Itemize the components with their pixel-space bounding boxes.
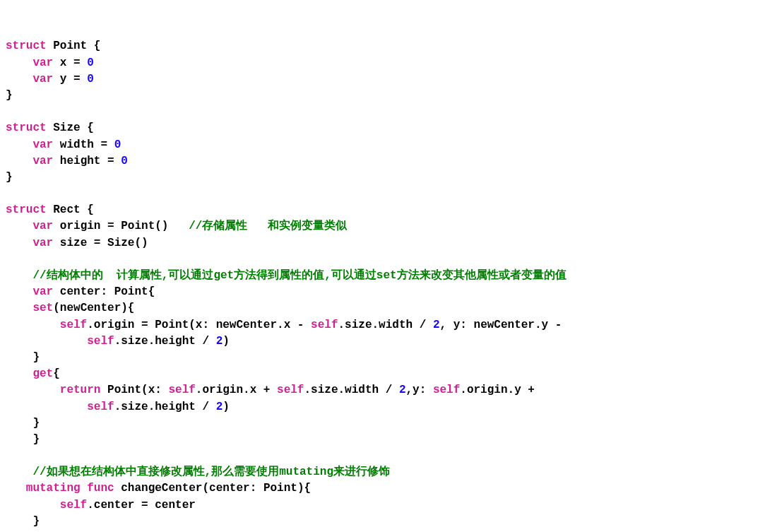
code-text: y =: [53, 73, 87, 85]
code-text: .size.width /: [304, 384, 398, 396]
code-text: [6, 335, 87, 348]
code-text: ): [223, 401, 230, 413]
number: 0: [121, 155, 128, 167]
keyword: func: [87, 482, 114, 495]
code-block: struct Point { var x = 0 var y = 0 } str…: [6, 38, 759, 532]
keyword: var: [6, 237, 53, 249]
keyword: self: [168, 384, 195, 396]
keyword: var: [6, 57, 53, 69]
code-text: (newCenter){: [53, 302, 134, 314]
keyword: get: [6, 367, 53, 380]
code-text: Size {: [47, 122, 94, 134]
code-text: origin = Point(): [53, 220, 189, 232]
keyword: self: [277, 384, 304, 396]
code-text: }: [6, 417, 40, 430]
keyword: return: [60, 384, 101, 396]
keyword: set: [6, 302, 53, 314]
comment: //结构体中的 计算属性,可以通过get方法得到属性的值,可以通过set方法来改…: [6, 269, 567, 282]
keyword: struct: [6, 203, 47, 216]
code-text: [6, 319, 60, 331]
keyword: self: [60, 499, 87, 512]
code-text: .size.height /: [114, 401, 216, 413]
code-text: , y: newCenter.y -: [440, 319, 562, 331]
code-text: height =: [53, 155, 121, 167]
keyword: self: [60, 319, 87, 331]
code-text: [6, 499, 60, 512]
code-text: {: [53, 367, 60, 380]
keyword: mutating: [26, 482, 81, 495]
code-text: .size.width /: [338, 319, 432, 331]
code-text: [6, 253, 32, 266]
keyword: self: [87, 401, 114, 413]
keyword: var: [6, 220, 53, 232]
comment: //如果想在结构体中直接修改属性,那么需要使用mutating来进行修饰: [6, 466, 390, 478]
code-text: Rect {: [47, 203, 94, 216]
code-text: width =: [53, 138, 114, 151]
number: 2: [216, 401, 223, 413]
code-text: Point(x:: [100, 384, 168, 396]
code-text: [6, 401, 87, 413]
keyword: var: [6, 73, 53, 85]
keyword: var: [6, 285, 53, 298]
number: 0: [87, 57, 94, 69]
code-text: [6, 384, 60, 396]
code-text: size = Size(): [53, 237, 148, 249]
comment: //存储属性 和实例变量类似: [189, 220, 347, 232]
keyword: self: [433, 384, 460, 396]
number: 2: [433, 319, 440, 331]
code-text: x =: [53, 57, 87, 69]
code-text: .center = center: [87, 499, 196, 512]
code-text: ,y:: [406, 384, 433, 396]
code-text: }: [6, 515, 40, 528]
code-text: [6, 449, 32, 462]
code-text: [6, 482, 26, 495]
number: 0: [87, 73, 94, 85]
number: 2: [216, 335, 223, 348]
keyword: self: [311, 319, 338, 331]
code-text: .origin = Point(x: newCenter.x -: [87, 319, 311, 331]
code-text: Point {: [47, 40, 101, 52]
code-text: ): [223, 335, 230, 348]
keyword: var: [6, 155, 53, 167]
code-text: }: [6, 89, 13, 102]
code-text: }: [6, 351, 40, 364]
number: 2: [399, 384, 406, 396]
keyword: struct: [6, 40, 47, 52]
code-text: [81, 482, 88, 495]
number: 0: [114, 138, 121, 151]
code-text: .origin.x +: [196, 384, 277, 396]
keyword: var: [6, 138, 53, 151]
code-text: .size.height /: [114, 335, 216, 348]
code-text: }: [6, 433, 40, 446]
keyword: struct: [6, 122, 47, 134]
code-text: center: Point{: [53, 285, 155, 298]
code-text: }: [6, 171, 13, 184]
keyword: self: [87, 335, 114, 348]
code-text: changeCenter(center: Point){: [114, 482, 311, 495]
code-text: .origin.y +: [460, 384, 535, 396]
